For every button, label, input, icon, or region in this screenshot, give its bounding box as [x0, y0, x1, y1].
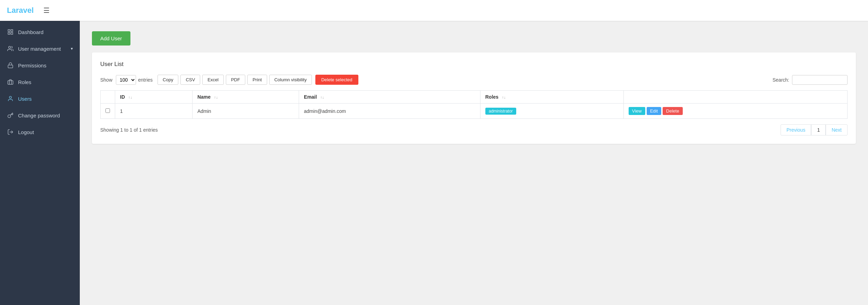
- column-visibility-button[interactable]: Column visibility: [269, 75, 312, 85]
- excel-button[interactable]: Excel: [202, 75, 224, 85]
- row-actions: View Edit Delete: [623, 104, 847, 119]
- pdf-button[interactable]: PDF: [226, 75, 245, 85]
- th-name[interactable]: Name ↑↓: [192, 91, 299, 104]
- page-1-button[interactable]: 1: [811, 124, 826, 135]
- action-buttons: View Edit Delete: [629, 107, 842, 115]
- svg-rect-6: [8, 81, 13, 84]
- th-checkbox: [101, 91, 115, 104]
- show-label: Show: [100, 77, 112, 83]
- key-icon: [7, 112, 14, 119]
- sidebar-item-permissions[interactable]: Permissions: [0, 57, 80, 74]
- sort-icon-id: ↑↓: [128, 95, 132, 99]
- sidebar-item-label: Logout: [18, 129, 34, 135]
- user-list-card: User List Show 100 25 50 entries Copy CS…: [92, 52, 856, 144]
- entries-label: entries: [138, 77, 153, 83]
- th-id[interactable]: ID ↑↓: [115, 91, 193, 104]
- svg-rect-1: [11, 30, 13, 31]
- search-label: Search:: [773, 77, 789, 83]
- sidebar-item-change-password[interactable]: Change password: [0, 107, 80, 124]
- next-button[interactable]: Next: [826, 124, 848, 135]
- lock-icon: [7, 62, 14, 69]
- svg-rect-2: [11, 33, 13, 34]
- edit-button[interactable]: Edit: [647, 107, 661, 115]
- sidebar-item-logout[interactable]: Logout: [0, 124, 80, 140]
- sidebar-item-label: Users: [18, 96, 32, 102]
- dashboard-icon: [7, 28, 14, 35]
- svg-rect-5: [8, 65, 13, 68]
- csv-button[interactable]: CSV: [180, 75, 200, 85]
- main-content: Add User User List Show 100 25 50 entrie…: [80, 21, 868, 305]
- sidebar-item-user-management[interactable]: User management ▾: [0, 40, 80, 57]
- sidebar-item-label: Dashboard: [18, 29, 43, 35]
- role-badge: administrator: [485, 108, 516, 115]
- entries-info: Showing 1 to 1 of 1 entries: [100, 127, 158, 133]
- row-email: admin@admin.com: [299, 104, 480, 119]
- user-table: ID ↑↓ Name ↑↓ Email ↑↓ Roles: [100, 90, 848, 119]
- view-button[interactable]: View: [629, 107, 645, 115]
- sort-icon-email: ↑↓: [320, 95, 324, 99]
- row-id: 1: [115, 104, 193, 119]
- delete-button[interactable]: Delete: [663, 107, 683, 115]
- row-checkbox-cell: [101, 104, 115, 119]
- brand-logo[interactable]: Laravel: [7, 6, 34, 15]
- sidebar: Dashboard User management ▾: [0, 21, 80, 305]
- print-button[interactable]: Print: [247, 75, 267, 85]
- sidebar-item-label: Roles: [18, 79, 31, 85]
- navbar: Laravel ☰: [0, 0, 868, 21]
- add-user-button[interactable]: Add User: [92, 31, 130, 46]
- svg-rect-3: [8, 33, 10, 34]
- search-input[interactable]: [792, 75, 848, 85]
- th-email[interactable]: Email ↑↓: [299, 91, 480, 104]
- svg-rect-0: [8, 30, 10, 31]
- logout-icon: [7, 129, 14, 135]
- table-footer: Showing 1 to 1 of 1 entries Previous 1 N…: [100, 124, 848, 135]
- pagination: Previous 1 Next: [781, 124, 848, 135]
- table-header-row: ID ↑↓ Name ↑↓ Email ↑↓ Roles: [101, 91, 848, 104]
- sort-icon-name: ↑↓: [214, 95, 218, 99]
- sort-icon-roles: ↑↓: [502, 95, 506, 99]
- delete-selected-button[interactable]: Delete selected: [315, 75, 358, 85]
- sidebar-item-roles[interactable]: Roles: [0, 74, 80, 90]
- sidebar-item-label: Permissions: [18, 63, 46, 68]
- sidebar-item-label: User management: [18, 46, 61, 52]
- th-roles[interactable]: Roles ↑↓: [480, 91, 623, 104]
- previous-button[interactable]: Previous: [781, 124, 811, 135]
- row-roles: administrator: [480, 104, 623, 119]
- briefcase-icon: [7, 79, 14, 85]
- table-toolbar: Show 100 25 50 entries Copy CSV Excel PD…: [100, 75, 848, 85]
- users-icon: [7, 45, 14, 52]
- chevron-down-icon: ▾: [71, 46, 73, 51]
- layout: Dashboard User management ▾: [0, 21, 868, 305]
- entries-select[interactable]: 100 25 50: [116, 75, 136, 85]
- sidebar-toggle[interactable]: ☰: [41, 5, 52, 16]
- svg-point-7: [9, 96, 11, 98]
- copy-button[interactable]: Copy: [158, 75, 178, 85]
- search-area: Search:: [773, 75, 848, 85]
- sidebar-item-users[interactable]: Users: [0, 90, 80, 107]
- row-checkbox[interactable]: [105, 108, 110, 113]
- sidebar-item-dashboard[interactable]: Dashboard: [0, 24, 80, 40]
- user-icon: [7, 95, 14, 102]
- row-name: Admin: [192, 104, 299, 119]
- th-actions: [623, 91, 847, 104]
- card-title: User List: [100, 61, 848, 68]
- sidebar-item-label: Change password: [18, 113, 60, 118]
- table-row: 1 Admin admin@admin.com administrator Vi…: [101, 104, 848, 119]
- svg-point-4: [9, 46, 11, 48]
